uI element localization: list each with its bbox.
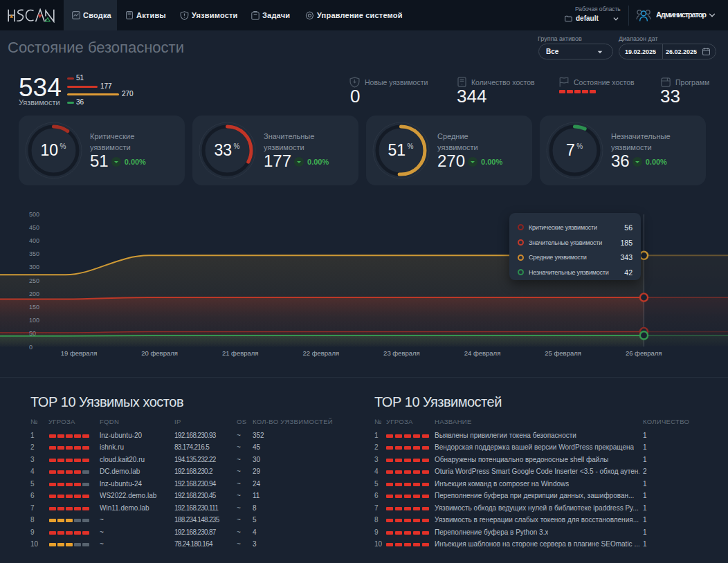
svg-text:25 февраля: 25 февраля bbox=[545, 349, 581, 357]
svg-text:22 февраля: 22 февраля bbox=[302, 349, 339, 357]
svg-text:400: 400 bbox=[29, 237, 39, 244]
svg-text:100: 100 bbox=[29, 317, 39, 324]
svg-text:450: 450 bbox=[29, 224, 39, 231]
svg-text:150: 150 bbox=[29, 304, 39, 311]
svg-text:50: 50 bbox=[29, 330, 36, 337]
svg-text:20 февраля: 20 февраля bbox=[141, 349, 178, 357]
svg-text:250: 250 bbox=[29, 277, 39, 284]
svg-text:200: 200 bbox=[29, 290, 39, 297]
svg-text:24 февраля: 24 февраля bbox=[464, 349, 501, 357]
svg-text:23 февраля: 23 февраля bbox=[383, 349, 420, 357]
svg-text:21 февраля: 21 февраля bbox=[222, 349, 259, 357]
svg-text:350: 350 bbox=[29, 250, 39, 257]
svg-text:0: 0 bbox=[29, 344, 33, 351]
svg-text:300: 300 bbox=[29, 264, 39, 270]
svg-text:19 февраля: 19 февраля bbox=[61, 349, 98, 357]
svg-text:500: 500 bbox=[29, 211, 39, 218]
svg-text:26 февраля: 26 февраля bbox=[626, 349, 662, 357]
